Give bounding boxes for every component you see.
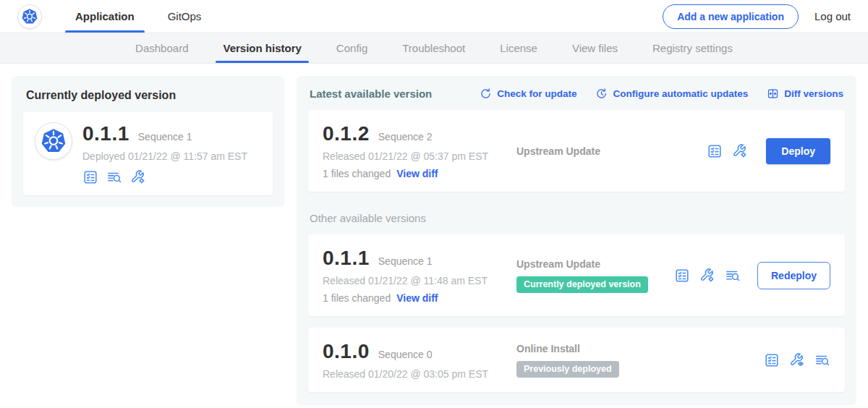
preflight-checklist-icon[interactable] [82,169,98,185]
schedule-icon [595,88,608,100]
version-number: 0.1.2 [323,122,370,145]
deployed-sequence: Sequence 1 [138,131,192,143]
version-source: Online Install [516,343,764,354]
version-sequence: Sequence 2 [378,131,433,143]
tab-dashboard-label: Dashboard [135,42,188,54]
view-diff-link[interactable]: View diff [396,292,438,304]
preflight-checklist-icon[interactable] [764,352,780,368]
deploy-button[interactable]: Deploy [766,138,830,164]
app-sub-nav: Dashboard Version history Config Trouble… [0,33,868,64]
tab-troubleshoot-label: Troubleshoot [402,42,465,54]
tab-version-history[interactable]: Version history [205,33,318,63]
tab-view-files[interactable]: View files [555,33,635,63]
other-versions-title: Other available versions [310,212,843,224]
version-source: Upstream Update [516,145,707,157]
tab-license-label: License [500,42,537,54]
version-released: Released 01/21/22 @ 05:37 pm EST [323,150,503,162]
wrench-eye-view-config-icon[interactable] [789,352,805,368]
configure-automatic-updates-label: Configure automatic updates [613,88,748,99]
top-nav: Application GitOps Add a new application… [0,0,868,33]
configure-automatic-updates-link[interactable]: Configure automatic updates [595,88,748,100]
currently-deployed-badge: Currently deployed version [516,276,648,293]
available-versions-panel: Latest available version Check for updat… [297,76,856,405]
deployed-timestamp: Deployed 01/21/22 @ 11:57 am EST [82,150,247,162]
version-sequence: Sequence 0 [378,349,433,360]
kubernetes-logo [17,4,42,29]
tab-view-files-label: View files [572,42,618,54]
wrench-gear-config-icon[interactable] [732,143,748,159]
version-number: 0.1.0 [323,340,370,363]
version-card-0-1-0: 0.1.0 Sequence 0 Released 01/20/22 @ 03:… [308,328,845,392]
previously-deployed-badge: Previously deployed [516,361,619,378]
release-notes-magnifier-icon[interactable] [814,352,830,368]
version-card-0-1-1: 0.1.1 Sequence 1 Released 01/21/22 @ 11:… [308,234,845,316]
preflight-checklist-icon[interactable] [674,268,690,284]
currently-deployed-panel: Currently deployed version 0.1.1 Sequenc… [12,76,284,207]
main-content: Currently deployed version 0.1.1 Sequenc… [0,64,868,408]
top-nav-right: Add a new application Log out [663,4,851,29]
tab-application-label: Application [75,10,135,22]
preflight-checklist-icon[interactable] [707,143,723,159]
tab-gitops-label: GitOps [168,10,202,22]
tab-config[interactable]: Config [319,33,385,63]
diff-versions-label: Diff versions [784,88,843,99]
version-released: Released 01/20/22 @ 03:05 pm EST [323,368,503,380]
release-notes-magnifier-icon[interactable] [106,169,122,185]
version-number: 0.1.1 [323,247,370,270]
version-source: Upstream Update [516,258,674,270]
top-nav-tabs: Application GitOps [65,0,224,33]
tab-dashboard[interactable]: Dashboard [118,33,205,63]
tab-config-label: Config [336,42,367,54]
currently-deployed-title: Currently deployed version [26,89,273,102]
view-diff-link[interactable]: View diff [396,168,438,179]
latest-available-title: Latest available version [310,88,432,100]
version-card-0-1-2: 0.1.2 Sequence 2 Released 01/21/22 @ 05:… [308,110,845,192]
add-application-button[interactable]: Add a new application [663,4,799,29]
check-for-update-label: Check for update [497,88,576,99]
diff-icon [767,88,779,100]
check-for-update-link[interactable]: Check for update [480,88,576,100]
tab-registry-settings-label: Registry settings [652,42,733,54]
tab-application[interactable]: Application [65,0,145,33]
tab-gitops[interactable]: GitOps [158,0,212,33]
logout-button[interactable]: Log out [814,10,851,22]
tab-registry-settings[interactable]: Registry settings [635,33,750,63]
wrench-gear-config-icon[interactable] [699,268,715,284]
redeploy-button[interactable]: Redeploy [757,262,830,289]
version-released: Released 01/21/22 @ 11:48 am EST [323,275,503,286]
files-changed: 1 files changed [323,168,391,179]
refresh-icon [480,88,492,100]
files-changed: 1 files changed [323,292,391,304]
currently-deployed-card: 0.1.1 Sequence 1 Deployed 01/21/22 @ 11:… [23,112,273,195]
deployed-version-number: 0.1.1 [82,122,129,145]
tab-troubleshoot[interactable]: Troubleshoot [385,33,482,63]
release-notes-magnifier-icon[interactable] [725,268,741,284]
tab-version-history-label: Version history [223,42,301,54]
app-icon [35,122,72,160]
version-sequence: Sequence 1 [378,255,433,267]
wrench-gear-config-icon[interactable] [130,169,146,185]
tab-license[interactable]: License [482,33,555,63]
diff-versions-link[interactable]: Diff versions [767,88,843,100]
